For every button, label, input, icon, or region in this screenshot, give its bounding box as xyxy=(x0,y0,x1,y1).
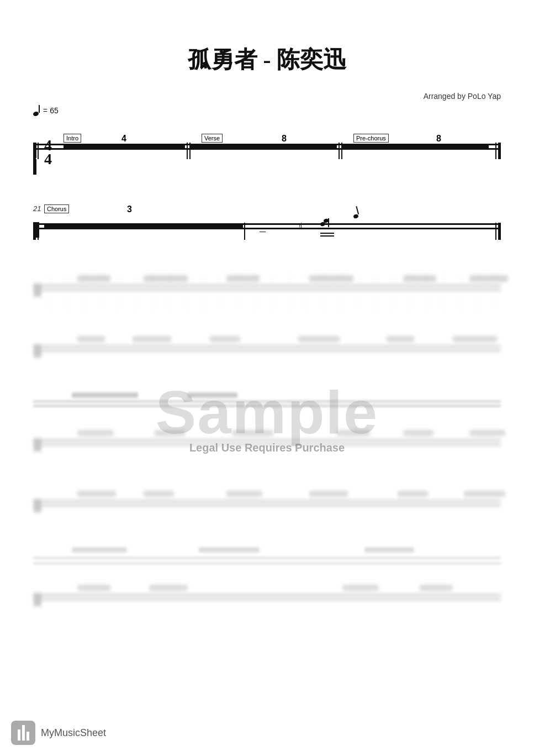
logo-bar-3 xyxy=(27,732,29,741)
verse-measure-num: 8 xyxy=(282,134,287,144)
single-note xyxy=(353,214,358,218)
staff-container-1: Intro 4 Verse 8 Pre-chorus 8 4 4 xyxy=(33,133,501,177)
arranger-label: Arranged by PoLo Yap xyxy=(33,92,501,101)
chorus-fill xyxy=(44,225,243,229)
rest-symbol: – xyxy=(260,224,266,238)
staff-system-2: 21 Chorus 3 xyxy=(33,204,501,254)
logo-bar-1 xyxy=(18,729,20,741)
blurred-row-section xyxy=(33,392,501,420)
opening-barline-2 xyxy=(33,223,39,240)
tempo-marking: = 65 xyxy=(33,105,501,116)
blurred-row-1 xyxy=(33,271,501,315)
page-title: 孤勇者 - 陈奕迅 xyxy=(33,44,501,75)
opening-barline xyxy=(33,143,39,159)
intro-measure-num: 4 xyxy=(121,134,126,144)
eighth-rest: ♪ xyxy=(298,218,304,233)
chorus-measure-start: 21 xyxy=(33,204,41,213)
blurred-content xyxy=(33,271,501,624)
title-section: 孤勇者 - 陈奕迅 xyxy=(33,44,501,75)
pre-chorus-fill xyxy=(342,145,489,149)
footer: MyMusicSheet xyxy=(11,721,106,745)
tempo-equals: = xyxy=(43,106,47,115)
blurred-row-2 xyxy=(33,332,501,376)
barline-intro-end xyxy=(187,143,191,159)
staff-system-1: = 65 Intro 4 Verse 8 Pre-chorus 8 xyxy=(33,105,501,177)
notes-area xyxy=(320,218,337,231)
blurred-row-5 xyxy=(33,486,501,531)
blurred-row-4 xyxy=(33,426,501,470)
verse-fill xyxy=(191,145,337,149)
logo-icon xyxy=(11,721,35,745)
barline-end xyxy=(495,143,501,159)
verse-label: Verse xyxy=(202,134,223,143)
logo-text: MyMusicSheet xyxy=(41,727,106,739)
logo-bar-2 xyxy=(22,725,25,741)
page: 孤勇者 - 陈奕迅 Arranged by PoLo Yap = 65 Intr… xyxy=(0,0,534,756)
blurred-row-mid xyxy=(33,547,501,575)
barline-end-2 xyxy=(495,223,501,240)
time-sig-denominator: 4 xyxy=(44,152,52,166)
pre-chorus-measure-num: 8 xyxy=(436,134,441,144)
barline-verse-end xyxy=(339,143,342,159)
intro-label: Intro xyxy=(64,134,81,143)
chorus-measure-num: 3 xyxy=(127,204,132,214)
tempo-note-icon xyxy=(33,105,41,116)
tempo-value: 65 xyxy=(50,106,59,115)
barline-chorus-mid xyxy=(244,223,245,240)
pre-chorus-label: Pre-chorus xyxy=(353,134,389,143)
chorus-label: Chorus xyxy=(44,204,69,213)
logo-bars xyxy=(18,725,29,741)
blurred-row-6 xyxy=(33,580,501,624)
intro-fill xyxy=(64,145,185,149)
